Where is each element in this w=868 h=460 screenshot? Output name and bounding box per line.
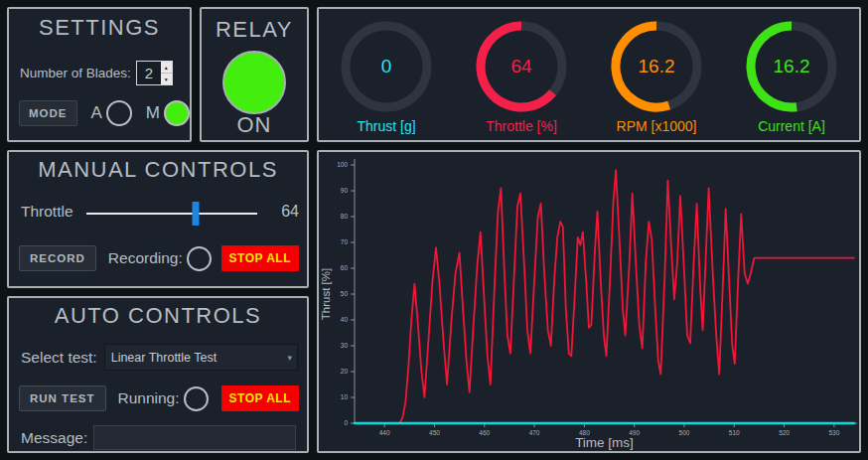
- mode-a-label: A: [91, 103, 102, 123]
- relay-indicator-button[interactable]: [222, 51, 286, 114]
- auto-button-row: RUN TEST Running: STOP ALL: [19, 385, 299, 411]
- mode-a-radio[interactable]: [106, 100, 132, 126]
- svg-text:30: 30: [341, 342, 349, 349]
- auto-controls-panel: AUTO CONTROLS Select test: Linear Thrott…: [7, 296, 309, 453]
- blades-row: Number of Blades: ▲ ▼: [20, 61, 173, 85]
- gauge-throttle: 64 Throttle [%]: [454, 9, 589, 140]
- gauge-value: 16.2: [609, 19, 704, 114]
- select-test-label: Select test:: [21, 349, 97, 367]
- gauge-value: 0: [339, 19, 434, 114]
- gauge-value: 64: [474, 19, 569, 114]
- blades-spin-buttons: ▲ ▼: [161, 62, 172, 84]
- svg-text:440: 440: [379, 429, 390, 436]
- gauge-rpm: 16.2 RPM [x1000]: [589, 9, 724, 140]
- svg-text:530: 530: [828, 429, 839, 436]
- gauge-thrust: 0 Thrust [g]: [319, 9, 454, 140]
- run-test-button[interactable]: RUN TEST: [19, 385, 106, 411]
- running-label: Running:: [118, 389, 180, 407]
- select-test-row: Select test: Linear Throttle Test ▾: [21, 344, 298, 371]
- gauges-panel: 0 Thrust [g] 64 Throttle [%] 16.2 RPM [x…: [317, 7, 861, 142]
- relay-title: RELAY: [202, 17, 307, 43]
- manual-button-row: RECORD Recording: STOP ALL: [19, 245, 299, 271]
- spin-down-icon[interactable]: ▼: [161, 74, 172, 84]
- mode-m-radio[interactable]: [164, 100, 190, 126]
- throttle-value: 64: [281, 203, 299, 221]
- svg-text:0: 0: [344, 419, 348, 426]
- blades-input[interactable]: [137, 62, 161, 84]
- message-row: Message:: [21, 425, 296, 450]
- record-button[interactable]: RECORD: [19, 245, 96, 271]
- svg-text:40: 40: [341, 316, 349, 323]
- gauge-label: Current [A]: [724, 118, 859, 134]
- svg-text:20: 20: [341, 368, 349, 375]
- blades-spinner: ▲ ▼: [136, 61, 173, 85]
- relay-panel: RELAY ON: [200, 7, 309, 142]
- running-indicator: [184, 386, 209, 411]
- svg-text:80: 80: [341, 213, 349, 220]
- throttle-slider[interactable]: [86, 200, 257, 228]
- spin-up-icon[interactable]: ▲: [161, 62, 172, 74]
- svg-text:Thrust [%]: Thrust [%]: [320, 268, 332, 320]
- svg-text:100: 100: [337, 161, 348, 168]
- throttle-label: Throttle: [21, 203, 73, 221]
- message-input[interactable]: [93, 425, 296, 450]
- auto-stop-all-button[interactable]: STOP ALL: [221, 385, 299, 411]
- blades-label: Number of Blades:: [20, 66, 131, 80]
- chevron-down-icon: ▾: [287, 353, 292, 363]
- thrust-time-chart: 0102030405060708090100440450460470480490…: [319, 152, 859, 451]
- svg-text:520: 520: [779, 429, 790, 436]
- svg-text:90: 90: [341, 187, 349, 194]
- chart-panel: 0102030405060708090100440450460470480490…: [317, 150, 861, 453]
- svg-text:500: 500: [679, 429, 690, 436]
- recording-label: Recording:: [108, 249, 183, 267]
- manual-controls-panel: MANUAL CONTROLS Throttle 64 RECORD Recor…: [7, 150, 309, 288]
- svg-text:70: 70: [341, 238, 349, 245]
- svg-text:450: 450: [429, 429, 440, 436]
- relay-state-label: ON: [202, 112, 307, 138]
- svg-text:510: 510: [729, 429, 740, 436]
- gauge-label: Thrust [g]: [319, 118, 454, 134]
- mode-row: MODE A M: [19, 100, 190, 126]
- gauge-current: 16.2 Current [A]: [724, 9, 859, 140]
- settings-title: SETTINGS: [9, 15, 190, 41]
- svg-text:460: 460: [479, 429, 490, 436]
- svg-text:50: 50: [341, 290, 349, 297]
- manual-stop-all-button[interactable]: STOP ALL: [221, 245, 299, 271]
- message-label: Message:: [21, 429, 87, 447]
- test-select-dropdown[interactable]: Linear Throttle Test ▾: [104, 344, 298, 371]
- svg-text:10: 10: [341, 393, 349, 400]
- slider-handle[interactable]: [193, 202, 200, 226]
- auto-controls-title: AUTO CONTROLS: [9, 303, 307, 329]
- svg-text:Time [ms]: Time [ms]: [575, 435, 634, 450]
- test-select-value: Linear Throttle Test: [111, 351, 217, 365]
- manual-controls-title: MANUAL CONTROLS: [9, 157, 307, 183]
- throttle-row: Throttle 64: [21, 200, 299, 228]
- mode-m-label: M: [146, 103, 160, 123]
- mode-button[interactable]: MODE: [19, 100, 77, 126]
- gauge-value: 16.2: [744, 19, 839, 114]
- gauge-label: Throttle [%]: [454, 118, 589, 134]
- gauge-label: RPM [x1000]: [589, 118, 724, 134]
- settings-panel: SETTINGS Number of Blades: ▲ ▼ MODE A M: [7, 7, 192, 142]
- recording-indicator: [187, 246, 212, 271]
- slider-track[interactable]: [86, 213, 257, 215]
- svg-text:60: 60: [341, 264, 349, 271]
- svg-text:470: 470: [529, 429, 540, 436]
